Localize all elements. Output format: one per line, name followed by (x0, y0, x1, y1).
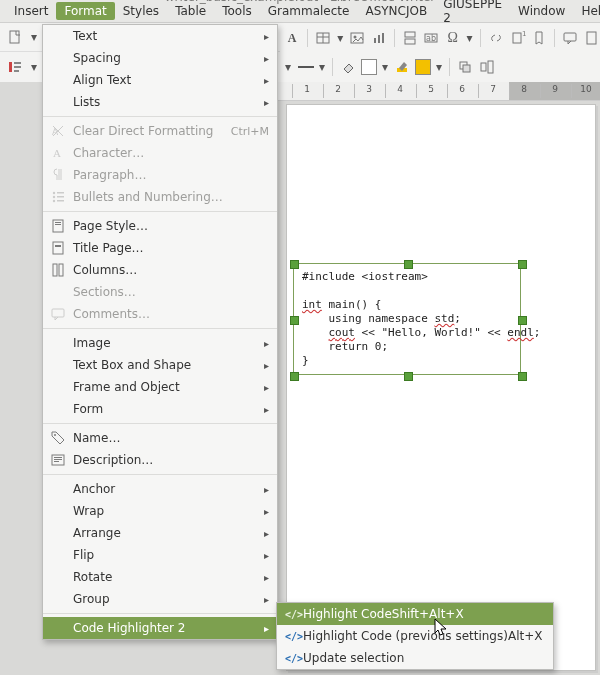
submenu-arrow-icon: ▸ (259, 53, 269, 64)
highlight-swatch[interactable] (415, 59, 431, 75)
menu-item-page-style[interactable]: Page Style… (43, 215, 277, 237)
format-menu[interactable]: Text▸Spacing▸Align Text▸Lists▸AClear Dir… (42, 24, 278, 640)
dropdown-icon[interactable]: ▾ (435, 60, 443, 74)
menu-item-label: Anchor (73, 482, 259, 496)
dropdown-icon[interactable]: ▾ (284, 60, 292, 74)
submenu-item-label: Highlight Code (303, 607, 392, 621)
menu-item-title-page[interactable]: Title Page… (43, 237, 277, 259)
table-icon[interactable] (315, 29, 331, 47)
submenu-item-highlight-code[interactable]: </>Highlight CodeShift+Alt+X (277, 603, 553, 625)
selection-handle[interactable] (404, 260, 413, 269)
menu-item-spacing[interactable]: Spacing▸ (43, 47, 277, 69)
menu-item-label: Frame and Object (73, 380, 259, 394)
svg-rect-15 (513, 33, 521, 43)
menu-item-label: Clear Direct Formatting (73, 124, 231, 138)
dropdown-icon[interactable]: ▾ (318, 60, 326, 74)
menu-item-rotate[interactable]: Rotate▸ (43, 566, 277, 588)
menu-item-label: Text Box and Shape (73, 358, 259, 372)
special-char-icon[interactable]: Ω (444, 29, 460, 47)
menubar: InsertFormatStylesTableToolsGrammalecteA… (0, 0, 600, 23)
menu-item-anchor[interactable]: Anchor▸ (43, 478, 277, 500)
menu-table[interactable]: Table (167, 2, 214, 20)
selection-handle[interactable] (290, 372, 299, 381)
fill-color-icon[interactable] (339, 58, 357, 76)
menu-asyncjob[interactable]: ASYNCJOB (357, 2, 435, 20)
menu-styles[interactable]: Styles (115, 2, 167, 20)
new-doc-icon[interactable] (6, 28, 24, 46)
track-changes-icon[interactable] (583, 29, 599, 47)
svg-rect-38 (55, 245, 61, 247)
menu-item-image[interactable]: Image▸ (43, 332, 277, 354)
highlight-icon[interactable] (393, 58, 411, 76)
selection-handle[interactable] (518, 316, 527, 325)
ruler-number: 4 (397, 84, 403, 94)
menu-item-label: Flip (73, 548, 259, 562)
menu-window[interactable]: Window (510, 2, 573, 20)
menu-item-flip[interactable]: Flip▸ (43, 544, 277, 566)
menu-item-text[interactable]: Text▸ (43, 25, 277, 47)
menu-help[interactable]: Help (573, 2, 600, 20)
selection-handle[interactable] (518, 372, 527, 381)
menu-item-name[interactable]: Name… (43, 427, 277, 449)
menu-item-form[interactable]: Form▸ (43, 398, 277, 420)
blank-icon (49, 357, 67, 373)
line-style-icon[interactable] (296, 58, 314, 76)
chart-icon[interactable] (370, 29, 386, 47)
comment-icon[interactable] (562, 29, 578, 47)
menu-item-description[interactable]: Description… (43, 449, 277, 471)
svg-rect-23 (481, 63, 486, 71)
document-page[interactable]: #include <iostream> int main() { using n… (286, 104, 596, 671)
ruler-number: 7 (490, 84, 496, 94)
menu-item-code-highlighter-2[interactable]: Code Highlighter 2▸ (43, 617, 277, 639)
menu-item-text-box-and-shape[interactable]: Text Box and Shape▸ (43, 354, 277, 376)
submenu-item-update-selection[interactable]: </>Update selection (277, 647, 553, 669)
para-style-icon[interactable] (6, 58, 24, 76)
image-icon[interactable] (349, 29, 365, 47)
selection-handle[interactable] (404, 372, 413, 381)
menu-format[interactable]: Format (56, 2, 114, 20)
dropdown-icon[interactable]: ▾ (30, 60, 38, 74)
svg-rect-40 (59, 264, 63, 276)
menu-grammalecte[interactable]: Grammalecte (260, 2, 358, 20)
svg-rect-2 (14, 62, 21, 64)
menu-item-columns[interactable]: Columns… (43, 259, 277, 281)
menu-insert[interactable]: Insert (6, 2, 56, 20)
menu-item-bullets-and-numbering: Bullets and Numbering… (43, 186, 277, 208)
menu-item-wrap[interactable]: Wrap▸ (43, 500, 277, 522)
separator (554, 29, 555, 47)
menu-item-label: Character… (73, 146, 269, 160)
selection-handle[interactable] (290, 260, 299, 269)
menu-item-comments: Comments… (43, 303, 277, 325)
svg-rect-31 (57, 196, 64, 198)
hyperlink-icon[interactable] (488, 29, 504, 47)
menu-item-frame-and-object[interactable]: Frame and Object▸ (43, 376, 277, 398)
ruler-number: 8 (521, 84, 527, 94)
arrange-icon[interactable] (456, 58, 474, 76)
menu-tools[interactable]: Tools (214, 2, 260, 20)
code-text-frame[interactable]: #include <iostream> int main() { using n… (293, 263, 521, 375)
selection-handle[interactable] (290, 316, 299, 325)
submenu-item-highlight-code-previous-settings[interactable]: </>Highlight Code (previous settings)Alt… (277, 625, 553, 647)
dropdown-icon[interactable]: ▾ (30, 30, 38, 44)
menu-item-group[interactable]: Group▸ (43, 588, 277, 610)
field-icon[interactable]: ab (423, 29, 439, 47)
fill-color-swatch[interactable] (361, 59, 377, 75)
menu-item-arrange[interactable]: Arrange▸ (43, 522, 277, 544)
bookmark-icon[interactable] (531, 29, 547, 47)
selection-handle[interactable] (518, 260, 527, 269)
code-highlighter-submenu[interactable]: </>Highlight CodeShift+Alt+X</>Highlight… (276, 602, 554, 670)
menu-item-lists[interactable]: Lists▸ (43, 91, 277, 113)
blank-icon (49, 28, 67, 44)
submenu-arrow-icon: ▸ (259, 404, 269, 415)
dropdown-icon[interactable]: ▾ (381, 60, 389, 74)
align-objects-icon[interactable] (478, 58, 496, 76)
footnote-icon[interactable]: 1 (509, 29, 525, 47)
horizontal-ruler[interactable]: 12345678910 (276, 82, 600, 101)
menu-item-align-text[interactable]: Align Text▸ (43, 69, 277, 91)
dropdown-icon[interactable]: ▾ (466, 31, 473, 45)
font-icon[interactable]: A (284, 29, 300, 47)
page-break-icon[interactable] (402, 29, 418, 47)
menu-giuseppe-2[interactable]: GIUSEPPE 2 (435, 0, 510, 27)
dropdown-icon[interactable]: ▾ (337, 31, 344, 45)
svg-rect-46 (54, 461, 59, 462)
